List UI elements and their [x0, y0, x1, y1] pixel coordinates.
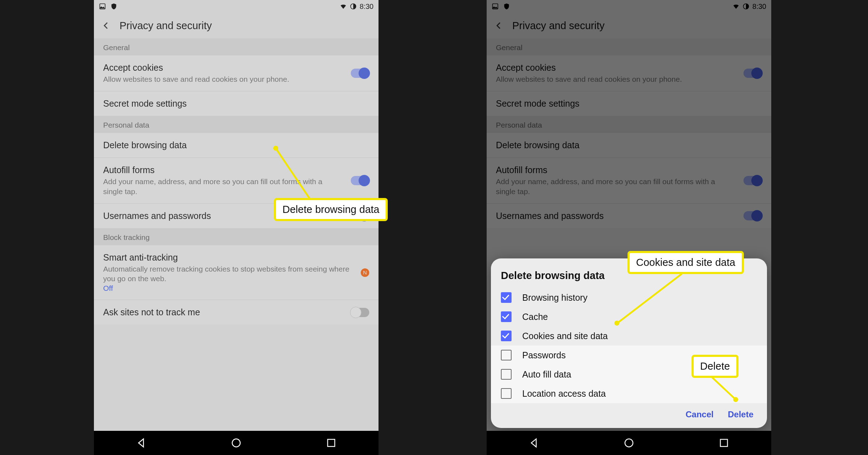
image-icon [492, 3, 499, 10]
toggle-autofill[interactable] [743, 176, 762, 185]
nav-back-icon[interactable] [136, 438, 147, 448]
back-icon[interactable] [494, 21, 504, 31]
status-bar: 8:30 [487, 0, 771, 13]
toggle-usernames-passwords[interactable] [743, 211, 762, 220]
checkbox-label: Browsing history [522, 293, 587, 303]
nav-home-icon[interactable] [231, 438, 242, 448]
page-title: Privacy and security [512, 20, 605, 32]
toggle-accept-cookies[interactable] [743, 69, 762, 78]
row-title: Autofill forms [496, 165, 736, 175]
row-autofill-forms[interactable]: Autofill forms Add your name, address, a… [94, 158, 379, 204]
row-title: Accept cookies [103, 63, 344, 73]
toggle-do-not-track[interactable] [351, 308, 369, 317]
nav-back-icon[interactable] [529, 438, 539, 448]
section-personal: Personal data [487, 116, 771, 133]
row-delete-browsing-data[interactable]: Delete browsing data [487, 133, 771, 158]
row-title: Delete browsing data [103, 140, 369, 150]
callout-delete-browsing-data: Delete browsing data [274, 198, 388, 221]
row-title: Secret mode settings [103, 98, 369, 109]
delete-browsing-data-dialog: Delete browsing data Browsing history Ca… [491, 258, 767, 428]
dialog-item-location[interactable]: Location access data [501, 384, 757, 403]
row-title: Secret mode settings [496, 98, 762, 109]
nav-recent-icon[interactable] [719, 438, 729, 448]
shield-icon [503, 3, 510, 10]
row-autofill-forms[interactable]: Autofill forms Add your name, address, a… [487, 158, 771, 204]
app-bar: Privacy and security [94, 13, 379, 38]
checkbox-history[interactable] [501, 292, 512, 303]
row-usernames-passwords[interactable]: Usernames and passwords [487, 204, 771, 228]
toggle-autofill[interactable] [351, 176, 369, 185]
checkbox-passwords[interactable] [501, 350, 512, 360]
callout-dot [733, 397, 738, 402]
row-secret-mode[interactable]: Secret mode settings [94, 91, 379, 116]
checkbox-label: Cache [522, 312, 548, 322]
row-title: Ask sites not to track me [103, 307, 344, 317]
phone-screenshot-right: 8:30 Privacy and security General Accept… [487, 0, 771, 455]
row-status: Off [103, 284, 356, 293]
android-nav-bar [94, 431, 379, 455]
section-general: General [94, 38, 379, 55]
android-nav-bar [487, 431, 771, 455]
row-accept-cookies[interactable]: Accept cookies Allow websites to save an… [94, 55, 379, 91]
checkbox-location[interactable] [501, 388, 512, 399]
row-accept-cookies[interactable]: Accept cookies Allow websites to save an… [487, 55, 771, 91]
battery-icon [350, 3, 357, 10]
svg-point-7 [625, 439, 633, 447]
section-general: General [487, 38, 771, 55]
status-time: 8:30 [752, 2, 766, 11]
dialog-cancel-button[interactable]: Cancel [686, 410, 714, 419]
callout-delete-button: Delete [692, 355, 739, 378]
checkbox-label: Auto fill data [522, 369, 571, 380]
row-subtitle: Add your name, address, and more so you … [103, 177, 344, 196]
callout-cookies-site-data: Cookies and site data [628, 251, 744, 274]
status-time: 8:30 [360, 2, 374, 11]
wifi-icon [732, 3, 740, 10]
row-secret-mode[interactable]: Secret mode settings [487, 91, 771, 116]
row-title: Smart anti-tracking [103, 252, 356, 263]
image-icon [99, 3, 106, 10]
phone-screenshot-left: 8:30 Privacy and security General Accept… [94, 0, 379, 455]
wifi-icon [340, 3, 347, 10]
dialog-item-history[interactable]: Browsing history [501, 288, 757, 307]
new-badge: N [361, 268, 369, 277]
page-title: Privacy and security [120, 20, 212, 32]
row-title: Accept cookies [496, 63, 736, 73]
dialog-item-cache[interactable]: Cache [501, 307, 757, 326]
row-smart-anti-tracking[interactable]: Smart anti-tracking Automatically remove… [94, 245, 379, 300]
row-delete-browsing-data[interactable]: Delete browsing data [94, 133, 379, 158]
checkbox-label: Passwords [522, 350, 566, 360]
shield-icon [110, 3, 117, 10]
row-title: Autofill forms [103, 165, 344, 175]
toggle-accept-cookies[interactable] [351, 69, 369, 78]
checkbox-cookies[interactable] [501, 331, 512, 341]
status-bar: 8:30 [94, 0, 379, 13]
battery-icon [742, 3, 750, 10]
dialog-item-cookies[interactable]: Cookies and site data [501, 326, 757, 346]
row-title: Delete browsing data [496, 140, 762, 150]
row-do-not-track[interactable]: Ask sites not to track me [94, 300, 379, 325]
checkbox-label: Location access data [522, 389, 606, 399]
row-title: Usernames and passwords [496, 211, 736, 221]
checkbox-cache[interactable] [501, 311, 512, 322]
nav-recent-icon[interactable] [326, 438, 337, 448]
app-bar: Privacy and security [487, 13, 771, 38]
row-subtitle: Allow websites to save and read cookies … [496, 74, 736, 84]
checkbox-label: Cookies and site data [522, 331, 608, 341]
svg-rect-3 [328, 439, 335, 446]
nav-home-icon[interactable] [624, 438, 634, 448]
svg-point-2 [232, 439, 240, 447]
row-subtitle: Automatically remove tracking cookies to… [103, 264, 356, 284]
dialog-delete-button[interactable]: Delete [728, 410, 753, 419]
checkbox-autofill[interactable] [501, 369, 512, 380]
row-subtitle: Allow websites to save and read cookies … [103, 74, 344, 84]
row-subtitle: Add your name, address, and more so you … [496, 177, 736, 196]
section-block-tracking: Block tracking [94, 228, 379, 245]
back-icon[interactable] [101, 21, 111, 31]
section-personal: Personal data [94, 116, 379, 133]
callout-dot [614, 321, 619, 326]
callout-dot [273, 146, 278, 151]
svg-rect-8 [720, 439, 727, 446]
